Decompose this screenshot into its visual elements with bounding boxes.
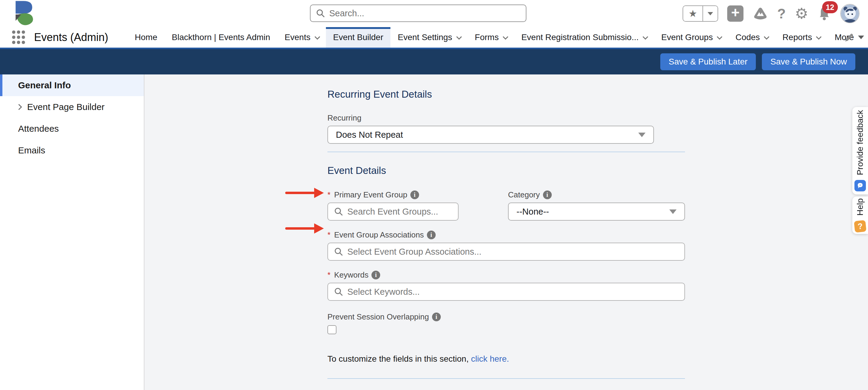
sidebar-item-attendees[interactable]: Attendees	[0, 118, 144, 139]
caret-down-icon	[858, 36, 864, 39]
recurring-select[interactable]: Does Not Repeat	[328, 126, 654, 144]
app-nav-bar: Events (Admin) Home Blackthorn | Events …	[0, 27, 868, 49]
search-icon	[334, 247, 343, 256]
info-icon[interactable]: i	[427, 231, 436, 239]
favorites-button-group: ★	[683, 5, 718, 22]
tab-home[interactable]: Home	[127, 27, 165, 47]
sidebar-item-event-page-builder[interactable]: Event Page Builder	[0, 96, 144, 118]
category-label: Category i	[508, 190, 685, 199]
info-icon[interactable]: i	[371, 271, 380, 280]
tab-blackthorn-events-admin[interactable]: Blackthorn | Events Admin	[165, 27, 277, 47]
tab-codes[interactable]: Codes	[728, 27, 775, 47]
chevron-down-icon	[717, 34, 722, 39]
blackthorn-logo	[11, 1, 36, 26]
help-tab-icon: ?	[854, 220, 867, 233]
recurring-label: Recurring	[328, 113, 685, 123]
search-icon	[316, 9, 325, 18]
chevron-down-icon	[816, 34, 822, 39]
sidebar-item-emails[interactable]: Emails	[0, 139, 144, 161]
chevron-down-icon	[638, 133, 646, 137]
sidebar-item-general-info[interactable]: General Info	[0, 74, 144, 96]
info-icon[interactable]: i	[543, 191, 552, 199]
save-publish-now-button[interactable]: Save & Publish Now	[762, 53, 855, 70]
tab-event-builder[interactable]: Event Builder	[326, 27, 391, 47]
favorites-star-icon[interactable]: ★	[683, 6, 703, 21]
search-icon	[334, 287, 343, 296]
notification-count-badge: 12	[822, 1, 838, 13]
help-tab[interactable]: Help ?	[852, 196, 868, 234]
left-sidebar: General Info Event Page Builder Attendee…	[0, 74, 145, 390]
keywords-label: * Keywords i	[328, 270, 685, 280]
section-divider	[328, 378, 685, 379]
primary-event-group-field	[328, 202, 459, 221]
main-content: Recurring Event Details Recurring Does N…	[145, 74, 868, 390]
tab-reports[interactable]: Reports	[775, 27, 827, 47]
chevron-right-icon	[16, 104, 22, 110]
edit-nav-pencil-icon[interactable]	[844, 32, 855, 43]
global-header: ★ + ? ⚙ 12	[0, 0, 868, 27]
tab-event-registration-submissio[interactable]: Event Registration Submissio...	[514, 27, 654, 47]
section-divider	[328, 152, 685, 152]
feedback-icon	[855, 180, 866, 191]
chevron-down-icon	[764, 34, 769, 39]
favorites-dropdown-icon[interactable]	[703, 6, 718, 21]
provide-feedback-tab[interactable]: Provide feedback	[852, 107, 868, 194]
quick-create-icon[interactable]: +	[727, 5, 743, 22]
chevron-down-icon	[314, 34, 320, 39]
tab-forms[interactable]: Forms	[468, 27, 514, 47]
keywords-input[interactable]	[347, 287, 678, 297]
header-icon-cluster: ★ + ? ⚙ 12	[683, 0, 860, 27]
event-group-associations-label: * Event Group Associations i	[328, 230, 685, 239]
app-launcher-waffle-icon[interactable]	[12, 30, 25, 44]
customize-fields-link[interactable]: click here.	[471, 354, 509, 363]
app-name: Events (Admin)	[34, 31, 108, 44]
primary-event-group-label: * Primary Event Group i	[328, 190, 459, 199]
prevent-session-overlapping-label: Prevent Session Overlapping i	[328, 312, 685, 322]
chevron-down-icon	[643, 34, 648, 39]
action-banner: Save & Publish Later Save & Publish Now	[0, 49, 868, 74]
recurring-section-title: Recurring Event Details	[328, 74, 685, 100]
primary-event-group-input[interactable]	[347, 207, 452, 217]
nav-tabs: Home Blackthorn | Events Admin Events Ev…	[127, 27, 868, 47]
info-icon[interactable]: i	[432, 313, 441, 321]
guidance-center-icon[interactable]	[752, 6, 768, 22]
setup-gear-icon[interactable]: ⚙	[795, 5, 808, 22]
event-details-section-title: Event Details	[328, 165, 685, 176]
avatar[interactable]	[840, 4, 860, 23]
chevron-down-icon	[503, 34, 508, 39]
annotation-arrow	[285, 188, 324, 198]
chevron-down-icon	[456, 34, 462, 39]
global-search-input[interactable]	[329, 8, 520, 19]
chevron-down-icon	[669, 209, 677, 214]
search-icon	[334, 207, 343, 216]
info-icon[interactable]: i	[410, 191, 419, 199]
save-publish-later-button[interactable]: Save & Publish Later	[660, 53, 756, 70]
category-select[interactable]: --None--	[508, 202, 685, 221]
event-group-associations-field	[328, 242, 685, 261]
help-icon[interactable]: ?	[777, 5, 786, 22]
event-group-associations-input[interactable]	[347, 247, 678, 257]
tab-events[interactable]: Events	[277, 27, 326, 47]
customize-fields-text: To customize the fields in this section,…	[328, 354, 685, 364]
tab-event-settings[interactable]: Event Settings	[391, 27, 468, 47]
tab-event-groups[interactable]: Event Groups	[654, 27, 728, 47]
notifications-bell-icon[interactable]: 12	[817, 6, 831, 21]
keywords-field	[328, 283, 685, 301]
annotation-arrow	[285, 223, 324, 234]
prevent-session-overlapping-checkbox[interactable]	[328, 325, 337, 334]
global-search	[310, 4, 526, 22]
